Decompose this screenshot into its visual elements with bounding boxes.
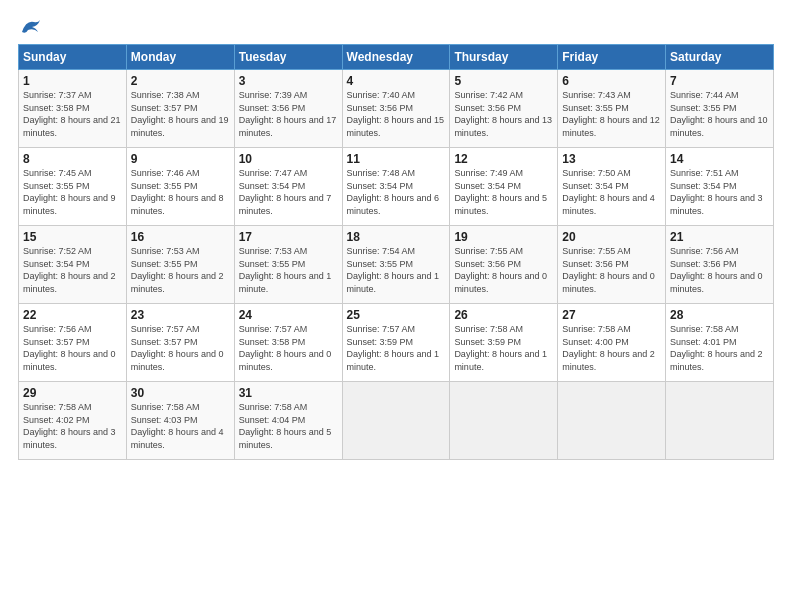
day-number: 6 [562,74,661,88]
calendar-cell: 20 Sunrise: 7:55 AMSunset: 3:56 PMDaylig… [558,226,666,304]
header-monday: Monday [126,45,234,70]
calendar-cell: 13 Sunrise: 7:50 AMSunset: 3:54 PMDaylig… [558,148,666,226]
day-info: Sunrise: 7:38 AMSunset: 3:57 PMDaylight:… [131,89,230,139]
calendar-cell [558,382,666,460]
day-number: 22 [23,308,122,322]
day-info: Sunrise: 7:39 AMSunset: 3:56 PMDaylight:… [239,89,338,139]
day-number: 31 [239,386,338,400]
calendar-table: SundayMondayTuesdayWednesdayThursdayFrid… [18,44,774,460]
header [18,18,774,36]
day-number: 3 [239,74,338,88]
calendar-cell: 4 Sunrise: 7:40 AMSunset: 3:56 PMDayligh… [342,70,450,148]
day-info: Sunrise: 7:47 AMSunset: 3:54 PMDaylight:… [239,167,338,217]
day-info: Sunrise: 7:52 AMSunset: 3:54 PMDaylight:… [23,245,122,295]
calendar-cell: 1 Sunrise: 7:37 AMSunset: 3:58 PMDayligh… [19,70,127,148]
day-info: Sunrise: 7:58 AMSunset: 4:04 PMDaylight:… [239,401,338,451]
day-info: Sunrise: 7:57 AMSunset: 3:59 PMDaylight:… [347,323,446,373]
day-info: Sunrise: 7:53 AMSunset: 3:55 PMDaylight:… [239,245,338,295]
day-info: Sunrise: 7:50 AMSunset: 3:54 PMDaylight:… [562,167,661,217]
calendar-cell: 26 Sunrise: 7:58 AMSunset: 3:59 PMDaylig… [450,304,558,382]
day-info: Sunrise: 7:48 AMSunset: 3:54 PMDaylight:… [347,167,446,217]
day-info: Sunrise: 7:43 AMSunset: 3:55 PMDaylight:… [562,89,661,139]
header-sunday: Sunday [19,45,127,70]
day-number: 28 [670,308,769,322]
calendar-cell: 27 Sunrise: 7:58 AMSunset: 4:00 PMDaylig… [558,304,666,382]
day-info: Sunrise: 7:58 AMSunset: 4:01 PMDaylight:… [670,323,769,373]
day-info: Sunrise: 7:57 AMSunset: 3:58 PMDaylight:… [239,323,338,373]
day-number: 27 [562,308,661,322]
day-number: 11 [347,152,446,166]
calendar-cell: 8 Sunrise: 7:45 AMSunset: 3:55 PMDayligh… [19,148,127,226]
day-info: Sunrise: 7:56 AMSunset: 3:56 PMDaylight:… [670,245,769,295]
calendar-cell: 29 Sunrise: 7:58 AMSunset: 4:02 PMDaylig… [19,382,127,460]
calendar-cell: 18 Sunrise: 7:54 AMSunset: 3:55 PMDaylig… [342,226,450,304]
day-info: Sunrise: 7:53 AMSunset: 3:55 PMDaylight:… [131,245,230,295]
logo-bird-icon [20,18,42,36]
header-wednesday: Wednesday [342,45,450,70]
calendar-cell [450,382,558,460]
day-number: 25 [347,308,446,322]
calendar-cell: 21 Sunrise: 7:56 AMSunset: 3:56 PMDaylig… [666,226,774,304]
calendar-cell: 14 Sunrise: 7:51 AMSunset: 3:54 PMDaylig… [666,148,774,226]
calendar-cell: 12 Sunrise: 7:49 AMSunset: 3:54 PMDaylig… [450,148,558,226]
day-number: 1 [23,74,122,88]
header-saturday: Saturday [666,45,774,70]
calendar-cell: 9 Sunrise: 7:46 AMSunset: 3:55 PMDayligh… [126,148,234,226]
header-tuesday: Tuesday [234,45,342,70]
day-info: Sunrise: 7:58 AMSunset: 4:03 PMDaylight:… [131,401,230,451]
calendar-cell: 19 Sunrise: 7:55 AMSunset: 3:56 PMDaylig… [450,226,558,304]
calendar-cell [666,382,774,460]
calendar-cell: 23 Sunrise: 7:57 AMSunset: 3:57 PMDaylig… [126,304,234,382]
day-number: 26 [454,308,553,322]
week-row-1: 1 Sunrise: 7:37 AMSunset: 3:58 PMDayligh… [19,70,774,148]
calendar-cell: 6 Sunrise: 7:43 AMSunset: 3:55 PMDayligh… [558,70,666,148]
day-number: 23 [131,308,230,322]
day-number: 9 [131,152,230,166]
day-info: Sunrise: 7:57 AMSunset: 3:57 PMDaylight:… [131,323,230,373]
days-header-row: SundayMondayTuesdayWednesdayThursdayFrid… [19,45,774,70]
calendar-cell: 16 Sunrise: 7:53 AMSunset: 3:55 PMDaylig… [126,226,234,304]
day-info: Sunrise: 7:54 AMSunset: 3:55 PMDaylight:… [347,245,446,295]
week-row-2: 8 Sunrise: 7:45 AMSunset: 3:55 PMDayligh… [19,148,774,226]
calendar-cell: 5 Sunrise: 7:42 AMSunset: 3:56 PMDayligh… [450,70,558,148]
week-row-5: 29 Sunrise: 7:58 AMSunset: 4:02 PMDaylig… [19,382,774,460]
day-info: Sunrise: 7:44 AMSunset: 3:55 PMDaylight:… [670,89,769,139]
day-number: 29 [23,386,122,400]
day-info: Sunrise: 7:46 AMSunset: 3:55 PMDaylight:… [131,167,230,217]
day-number: 14 [670,152,769,166]
day-number: 8 [23,152,122,166]
calendar-cell: 22 Sunrise: 7:56 AMSunset: 3:57 PMDaylig… [19,304,127,382]
day-number: 10 [239,152,338,166]
day-number: 18 [347,230,446,244]
day-number: 16 [131,230,230,244]
calendar-cell: 15 Sunrise: 7:52 AMSunset: 3:54 PMDaylig… [19,226,127,304]
day-number: 30 [131,386,230,400]
day-number: 21 [670,230,769,244]
day-info: Sunrise: 7:45 AMSunset: 3:55 PMDaylight:… [23,167,122,217]
page: SundayMondayTuesdayWednesdayThursdayFrid… [0,0,792,612]
calendar-cell: 7 Sunrise: 7:44 AMSunset: 3:55 PMDayligh… [666,70,774,148]
day-number: 7 [670,74,769,88]
day-info: Sunrise: 7:58 AMSunset: 4:00 PMDaylight:… [562,323,661,373]
logo [18,18,42,36]
day-info: Sunrise: 7:49 AMSunset: 3:54 PMDaylight:… [454,167,553,217]
calendar-cell [342,382,450,460]
day-number: 15 [23,230,122,244]
day-info: Sunrise: 7:58 AMSunset: 3:59 PMDaylight:… [454,323,553,373]
day-info: Sunrise: 7:56 AMSunset: 3:57 PMDaylight:… [23,323,122,373]
day-number: 12 [454,152,553,166]
calendar-cell: 31 Sunrise: 7:58 AMSunset: 4:04 PMDaylig… [234,382,342,460]
calendar-cell: 10 Sunrise: 7:47 AMSunset: 3:54 PMDaylig… [234,148,342,226]
week-row-3: 15 Sunrise: 7:52 AMSunset: 3:54 PMDaylig… [19,226,774,304]
day-number: 19 [454,230,553,244]
calendar-cell: 28 Sunrise: 7:58 AMSunset: 4:01 PMDaylig… [666,304,774,382]
day-number: 13 [562,152,661,166]
day-number: 5 [454,74,553,88]
day-number: 24 [239,308,338,322]
day-info: Sunrise: 7:55 AMSunset: 3:56 PMDaylight:… [454,245,553,295]
day-info: Sunrise: 7:51 AMSunset: 3:54 PMDaylight:… [670,167,769,217]
day-number: 20 [562,230,661,244]
header-thursday: Thursday [450,45,558,70]
day-info: Sunrise: 7:55 AMSunset: 3:56 PMDaylight:… [562,245,661,295]
calendar-cell: 17 Sunrise: 7:53 AMSunset: 3:55 PMDaylig… [234,226,342,304]
